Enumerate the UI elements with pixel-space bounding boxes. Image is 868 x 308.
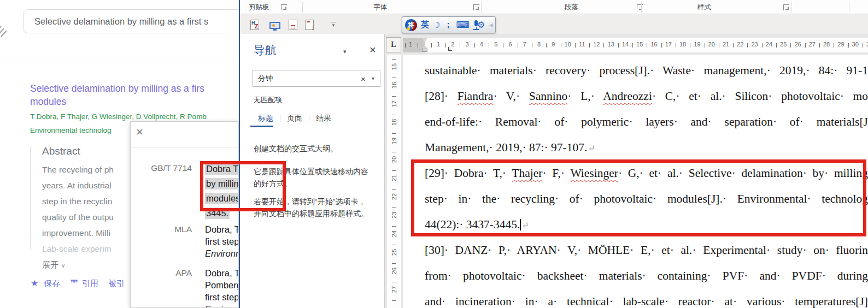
ribbon-group-paragraph: 段落 xyxy=(565,3,578,12)
ruler-number: 11 xyxy=(579,41,585,48)
ruler-number: 1 xyxy=(409,41,412,48)
misspelled-word: Andreozzi xyxy=(603,90,652,103)
text-segment: [29]· Dobra· T,· xyxy=(425,167,512,180)
ruler-tick xyxy=(819,43,820,48)
keyboard-icon[interactable]: ⌨ xyxy=(456,19,470,31)
save-button[interactable]: 保存 xyxy=(44,279,61,288)
first-line-indent-marker[interactable] xyxy=(422,38,427,42)
ruler-vertical-scale[interactable]: 15161718192021222324252627 xyxy=(387,55,401,308)
clear-search-icon[interactable]: × xyxy=(361,74,366,84)
citation-text-line[interactable]: by milling xyxy=(205,178,239,189)
abstract-heading: Abstract xyxy=(42,145,80,157)
citation-text-line[interactable]: 3445. xyxy=(205,208,230,219)
document-line[interactable]: end-of-life:· Removal· of· polymeric· la… xyxy=(425,114,868,131)
result-title-link[interactable]: modules xyxy=(30,95,239,108)
clipboard-dialog-launcher-icon[interactable] xyxy=(281,4,287,10)
ruler-number: 13 xyxy=(607,41,614,48)
ime-logo-icon[interactable]: 将 xyxy=(405,19,417,31)
citation-text-line[interactable]: Environm xyxy=(205,304,239,308)
citation-text-line[interactable]: Pomberg xyxy=(205,280,239,291)
quote-icon[interactable]: ❞❞ xyxy=(71,279,77,288)
abstract-line: years. At industrial xyxy=(42,177,130,193)
collapse-icon[interactable]: ◀ xyxy=(489,22,493,28)
result-title-link[interactable]: Selective delamination by milling as a f… xyxy=(30,82,239,95)
tab-results[interactable]: 结果 xyxy=(309,114,338,122)
punctuation-toggle[interactable]: ； xyxy=(444,20,452,30)
paragraph-dialog-launcher-icon[interactable] xyxy=(637,4,643,10)
text-segment: end-of-life:· Removal· of· polymeric· la… xyxy=(425,115,868,128)
tab-selector-button[interactable]: L xyxy=(386,37,401,52)
moon-icon[interactable]: ☽ xyxy=(433,20,440,30)
abstract-quote-bar xyxy=(30,146,31,249)
tab-headings[interactable]: 标题 xyxy=(251,114,280,122)
ruler-tick xyxy=(575,43,576,48)
ruler-tick xyxy=(532,43,532,48)
expand-button[interactable]: 展开 ∨ xyxy=(42,260,66,270)
screen-view-icon[interactable] xyxy=(269,22,280,29)
ruler-number: 26 xyxy=(794,41,801,48)
document-line[interactable]: step· in· the· recycling· of· photovolta… xyxy=(425,191,868,208)
abstract-line: quality of the outpu xyxy=(42,209,130,225)
cite-button[interactable]: 引用 xyxy=(82,279,98,288)
document-line[interactable]: [28]· Fiandra· V,· Sannino· L,· Andreozz… xyxy=(425,88,868,105)
abstract-line: step in the recyclin xyxy=(42,193,130,209)
citation-text-line[interactable]: modules[ xyxy=(205,193,239,204)
misspelled-word: Sannino xyxy=(529,90,567,103)
page-arrow-icon[interactable]: ↓ xyxy=(305,20,314,30)
chevron-down-icon[interactable]: ▾ xyxy=(343,48,347,55)
citation-format-label: GB/T 7714 xyxy=(131,163,192,173)
ruler-tick xyxy=(431,43,432,48)
page-preview-icon[interactable] xyxy=(289,20,297,30)
ruler-number: 25 xyxy=(780,41,787,48)
citation-text-line[interactable]: first step xyxy=(205,236,239,247)
close-icon[interactable]: × xyxy=(136,125,143,139)
font-dialog-launcher-icon[interactable] xyxy=(473,4,479,10)
citation-text-line[interactable]: Dobra T, xyxy=(205,163,239,175)
ruler-tick xyxy=(503,43,503,48)
ruler-tick xyxy=(863,43,863,48)
ruler-number: 8 xyxy=(537,41,541,48)
ruler-number: 3 xyxy=(466,41,469,48)
document-line[interactable]: [29]· Dobra· T,· Thajer· F,· Wiesinger· … xyxy=(425,165,868,182)
ruler-tick xyxy=(733,43,734,48)
ime-language-toggle[interactable]: 英 xyxy=(421,20,429,30)
document-line[interactable]: Management,· 2019,· 87:· 97-107.↵ xyxy=(425,140,868,156)
styles-dialog-launcher-icon[interactable] xyxy=(783,4,789,10)
ruler-horizontal-scale[interactable]: 1234567891011121314151617181920212223242… xyxy=(425,38,868,52)
no-match-text: 无匹配项 xyxy=(254,95,282,105)
document-line[interactable]: 44(22):· 3437-3445.↵ xyxy=(425,217,868,233)
hanzi-convert-icon[interactable]: HZ xyxy=(250,20,259,30)
result-authors[interactable]: T Dobra, F Thajer, G Wiesinger, D Vollpr… xyxy=(30,112,239,121)
menu-icon[interactable]: ☰ xyxy=(0,23,9,39)
document-line[interactable]: sustainable· materials· recovery· proces… xyxy=(425,63,868,79)
hanging-indent-marker[interactable] xyxy=(422,45,427,49)
document-line[interactable]: from· photovoltaic· backsheet· materials… xyxy=(425,268,868,285)
ruler-tick xyxy=(589,43,590,48)
tab-pages[interactable]: 页面 xyxy=(280,114,309,122)
ruler-number: 5 xyxy=(494,41,497,48)
citation-text-line[interactable]: Dobra, Tu xyxy=(205,224,239,235)
citation-text-line[interactable]: Environm xyxy=(205,248,239,259)
search-input[interactable] xyxy=(23,9,242,33)
close-icon[interactable]: × xyxy=(370,44,376,56)
ruler-number: 22 xyxy=(391,191,397,202)
document-line[interactable]: [30]· DANZ· P,· ARYAN· V,· MÖHLE· E,· et… xyxy=(425,242,868,259)
ruler-tick xyxy=(518,43,518,48)
tab-stop-marker[interactable] xyxy=(448,47,452,51)
qat-overflow-icon[interactable]: ▾ xyxy=(331,22,336,28)
citation-text-line[interactable]: Dobra, T. xyxy=(205,268,239,279)
document-page[interactable]: sustainable· materials· recovery· proces… xyxy=(403,55,868,308)
ruler-tick xyxy=(705,43,705,48)
star-icon[interactable]: ★ xyxy=(31,279,38,288)
group-separator xyxy=(481,2,482,13)
nav-search-input[interactable] xyxy=(257,71,355,86)
nav-help-text: 它是跟踪具体位置或快速移动内容的好方式。 xyxy=(254,165,371,189)
cited-by-button[interactable]: 被引 xyxy=(108,279,125,288)
paragraph-mark: ↵ xyxy=(588,144,595,153)
citation-text-line[interactable]: first step xyxy=(205,292,239,303)
left-indent-marker[interactable] xyxy=(422,49,427,52)
document-line[interactable]: and· incineration· in· a· technical· lab… xyxy=(425,294,868,308)
ruler-number: 30 xyxy=(852,41,859,48)
chevron-down-icon[interactable]: ▾ xyxy=(372,75,374,81)
citation-format-label: APA xyxy=(131,268,192,278)
